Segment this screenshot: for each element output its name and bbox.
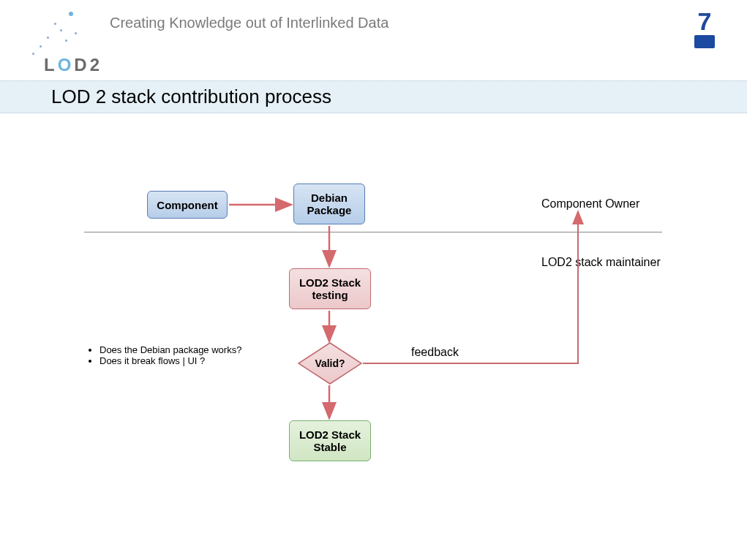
flow-arrows xyxy=(0,113,747,560)
node-debian-package: Debian Package xyxy=(293,183,365,224)
arrow-feedback xyxy=(363,213,578,363)
framework-programme-badge: 7 xyxy=(683,9,727,53)
node-label: Component xyxy=(157,199,217,211)
node-valid-decision: Valid? xyxy=(297,341,363,385)
tagline-text: Creating Knowledge out of Interlinked Da… xyxy=(110,15,388,31)
lod2-logo: LOD2 xyxy=(44,55,102,75)
logo-part: L xyxy=(44,55,58,75)
node-label: Debian Package xyxy=(297,192,361,216)
label-feedback: feedback xyxy=(411,346,459,359)
eu-flag-icon xyxy=(694,35,715,48)
node-stack-stable: LOD2 Stack Stable xyxy=(289,420,371,461)
slide-header: Creating Knowledge out of Interlinked Da… xyxy=(0,0,747,80)
separator-line xyxy=(84,232,662,232)
node-component: Component xyxy=(147,191,228,219)
node-label: LOD2 Stack Stable xyxy=(293,428,367,453)
bullet-item: Does the Debian package works? xyxy=(100,344,241,355)
node-label: Valid? xyxy=(297,341,363,385)
label-stack-maintainer: LOD2 stack maintainer xyxy=(541,256,661,269)
node-label: LOD2 Stack testing xyxy=(293,276,367,301)
bullet-item: Does it break flows | UI ? xyxy=(100,355,241,366)
logo-part: D2 xyxy=(74,55,102,75)
logo-part: O xyxy=(58,55,75,75)
title-bar: LOD 2 stack contribution process xyxy=(0,80,747,113)
diagram-canvas: Component Debian Package LOD2 Stack test… xyxy=(0,113,747,560)
node-stack-testing: LOD2 Stack testing xyxy=(289,268,371,309)
validation-questions: Does the Debian package works? Does it b… xyxy=(86,344,241,366)
framework-seven-icon: 7 xyxy=(683,9,727,34)
label-component-owner: Component Owner xyxy=(541,197,639,211)
slide-title: LOD 2 stack contribution process xyxy=(51,86,331,107)
